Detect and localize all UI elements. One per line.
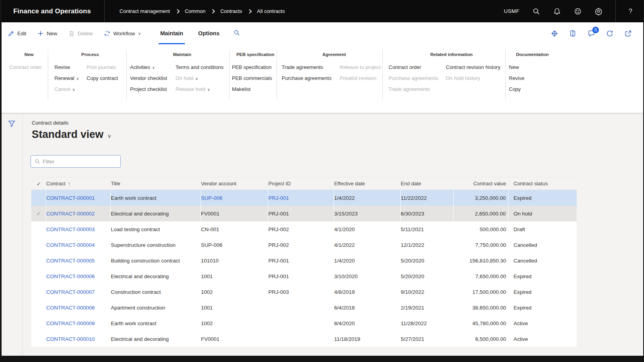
cell-contract-value[interactable]: 3,250,000.00 [454,190,508,206]
breadcrumb-item[interactable]: Common [185,8,206,14]
column-header-end-date[interactable]: End date [401,177,454,190]
cell-contract[interactable]: CONTRACT-000007 [46,284,111,300]
cell-contract-status[interactable]: On hold [508,206,577,221]
refresh-icon[interactable] [606,29,614,38]
cell-contract-value[interactable]: 38,650,000.00 [454,300,508,315]
filter-input[interactable] [43,159,117,165]
cell-contract-status[interactable]: Active [508,315,577,331]
cell-contract-value[interactable]: 45,780,000.00 [454,315,508,331]
cell-contract-status[interactable]: Cancelled [508,237,577,253]
new-button[interactable]: New [37,30,57,37]
cell-effective-date[interactable]: 3/15/2023 [334,206,401,221]
ribbon-item-trade-agreements[interactable]: Trade agreements [282,62,340,73]
table-row[interactable]: ✓CONTRACT-000002Electrical and decoratin… [31,206,577,221]
cell-contract-status[interactable]: Cancelled [508,253,577,268]
cell-end-date[interactable]: 2/19/2021 [401,300,454,315]
messages-icon[interactable]: 0 [587,29,595,38]
cell-end-date[interactable]: 5/20/2020 [401,268,454,284]
cell-effective-date[interactable]: 4/1/2022 [334,237,401,253]
cell-title[interactable]: Earth work contract [111,190,201,206]
cell-title[interactable]: Superstructure construction [111,237,201,253]
cell-effective-date[interactable]: 6/4/2018 [334,300,401,315]
column-header-contract-status[interactable]: Contract status [508,177,577,190]
cell-vendor-account[interactable]: 1002 [201,315,268,331]
row-checkmark[interactable] [31,237,46,253]
feedback-smiley-icon[interactable] [574,7,582,15]
book-icon[interactable] [569,29,577,38]
row-checkmark[interactable] [31,190,46,206]
cell-title[interactable]: Apartment construction [111,300,201,315]
cell-contract-status[interactable]: Active [508,331,577,347]
row-checkmark[interactable] [31,253,46,268]
cell-title[interactable]: Electrical and decorating [111,206,201,221]
ribbon-item-contract-revision-history[interactable]: Contract revision history [446,62,514,73]
ribbon-item-project-checklist[interactable]: Project checklist [130,84,175,95]
row-checkmark[interactable] [31,268,46,284]
ribbon-item-vendor-checklist[interactable]: Vendor checklist [130,73,175,84]
cell-contract-value[interactable]: 500,000.00 [454,221,508,237]
cell-vendor-account[interactable]: SUP-006 [201,237,268,253]
row-checkmark[interactable]: ✓ [31,206,46,221]
table-row[interactable]: CONTRACT-000003Load testing contractCN-0… [31,221,577,237]
open-in-new-window-icon[interactable] [624,29,632,38]
ribbon-item-new[interactable]: New [509,62,556,73]
ribbon-item-activities[interactable]: Activities∨ [130,62,175,73]
cell-project-id[interactable]: PRJ-002 [268,221,334,237]
row-checkmark[interactable] [31,284,46,300]
ribbon-item-terms-and-conditions[interactable]: Terms and conditions [175,62,234,73]
search-icon[interactable] [532,7,540,15]
column-header-contract[interactable]: Contract↑ [46,177,111,190]
ribbon-item-peb-commercials[interactable]: PEB commercials [232,73,279,84]
cell-contract-value[interactable]: 7,650,000.00 [454,268,508,284]
breadcrumb-item[interactable]: Contracts [220,8,242,14]
cell-contract[interactable]: CONTRACT-000009 [46,315,111,331]
cell-end-date[interactable]: 11/28/2022 [401,315,454,331]
cell-contract[interactable]: CONTRACT-000001 [46,190,111,206]
cell-title[interactable]: Earth work contract [111,315,201,331]
column-header-title[interactable]: Title [111,177,201,190]
cell-end-date[interactable]: 6/30/2023 [401,206,454,221]
ribbon-item-renewal[interactable]: Renewal∨ [54,73,87,84]
cell-contract-value[interactable]: 7,750,000.00 [454,237,508,253]
cell-effective-date[interactable]: 3/10/2020 [334,268,401,284]
cell-contract[interactable]: CONTRACT-000002 [46,206,111,221]
table-row[interactable]: CONTRACT-000010Electrical and decorating… [31,331,577,347]
cell-end-date[interactable]: 5/27/2021 [401,331,454,347]
ribbon-item-purchase-agreements[interactable]: Purchase agreements [282,73,340,84]
cell-contract-status[interactable]: Draft [508,221,577,237]
help-icon[interactable]: ? [629,8,632,15]
edit-button[interactable]: Edit [8,30,26,37]
cell-effective-date[interactable]: 4/1/2020 [334,221,401,237]
filter-funnel-icon[interactable] [7,119,16,128]
row-checkmark[interactable] [31,221,46,237]
row-checkmark[interactable] [31,331,46,347]
company-selector[interactable]: USMF [504,8,519,14]
view-selector[interactable]: Standard view ∨ [32,129,111,141]
workflow-button[interactable]: Workflow ∨ [104,30,141,37]
breadcrumb-item[interactable]: All contracts [257,8,285,14]
cell-title[interactable]: Electrical and decorating [111,268,201,284]
app-title[interactable]: Finance and Operations [0,7,104,15]
cell-contract-value[interactable]: 2,650,000.00 [454,206,508,221]
cell-contract-value[interactable]: 6,500,000.00 [454,331,508,347]
cell-project-id[interactable] [268,300,334,315]
settings-gear-icon[interactable] [595,7,602,15]
cell-end-date[interactable]: 12/1/2022 [401,237,454,253]
ribbon-item-peb-specification[interactable]: PEB specification [232,62,279,73]
cell-project-id[interactable]: PRJ-001 [268,253,334,268]
cell-contract-value[interactable]: 156,810,850.30 [454,253,508,268]
table-row[interactable]: CONTRACT-000007Construction contract1002… [31,284,577,300]
ribbon-item-copy-contract[interactable]: Copy contract [87,73,126,84]
cell-contract[interactable]: CONTRACT-000003 [46,221,111,237]
table-row[interactable]: CONTRACT-000008Apartment construction100… [31,300,577,315]
cell-project-id[interactable]: PRJ-001 [268,206,334,221]
action-search-icon[interactable] [233,29,240,38]
cell-title[interactable]: Load testing contract [111,221,201,237]
cell-project-id[interactable] [268,331,334,347]
cell-project-id[interactable]: PRJ-001 [268,268,334,284]
cell-vendor-account[interactable]: FV0001 [201,206,268,221]
tab-options[interactable]: Options [191,22,227,44]
cell-vendor-account[interactable]: SUP-006 [201,190,268,206]
cell-vendor-account[interactable]: 1002 [201,284,268,300]
ribbon-item-revise[interactable]: Revise [54,62,87,73]
